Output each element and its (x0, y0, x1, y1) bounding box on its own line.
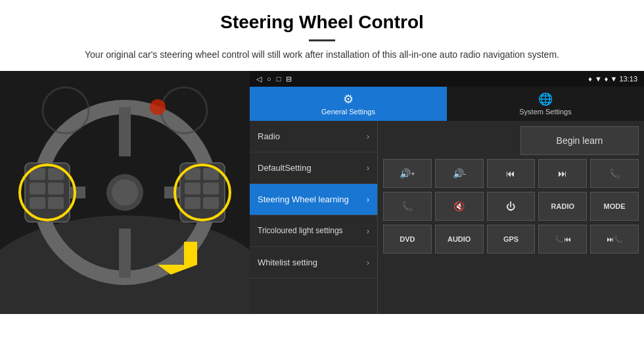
svg-rect-13 (48, 183, 64, 194)
tab-general-label: General Settings (321, 108, 375, 116)
mode-button[interactable]: MODE (590, 192, 639, 221)
settings-list: Radio › DefaultSetting › Steering Wheel … (250, 121, 378, 314)
gps-button[interactable]: GPS (487, 225, 536, 254)
title-divider (309, 39, 335, 41)
setting-item-tricoloured[interactable]: Tricoloured light settings › (250, 215, 377, 247)
answer-button[interactable]: 📞 (383, 192, 432, 221)
svg-rect-12 (30, 183, 45, 194)
power-button[interactable]: ⏻ (487, 192, 536, 221)
whitelist-chevron: › (367, 258, 369, 267)
begin-learn-button[interactable]: Begin learn (520, 126, 639, 155)
globe-icon: 🌐 (538, 92, 553, 106)
steering-wheel-area (0, 71, 250, 314)
steering-label: Steering Wheel learning (258, 194, 349, 204)
radio-label: Radio (258, 131, 280, 141)
call-button[interactable]: 📞 (590, 159, 639, 188)
dvd-button[interactable]: DVD (383, 225, 432, 254)
tab-system-label: System Settings (519, 108, 571, 116)
controls-row-2: 📞 🔇 ⏻ RADIO MODE (383, 192, 639, 221)
mute-button[interactable]: 🔇 (435, 192, 484, 221)
android-ui: ◁ ○ □ ⊟ ♦ ▼ ♦ ▼ 13:13 ⚙ General Settings… (250, 71, 644, 314)
controls-row-1: 🔊+ 🔊- ⏮ ⏭ 📞 (383, 159, 639, 188)
tab-system-settings[interactable]: 🌐 System Settings (447, 87, 644, 121)
svg-rect-19 (185, 183, 200, 194)
back-icon[interactable]: ◁ (256, 75, 262, 83)
gear-icon: ⚙ (343, 92, 354, 106)
default-label: DefaultSetting (258, 163, 311, 173)
svg-point-8 (112, 179, 138, 206)
tricoloured-label: Tricoloured light settings (258, 226, 343, 236)
svg-rect-15 (48, 197, 64, 209)
default-chevron: › (367, 164, 369, 173)
svg-rect-14 (30, 197, 45, 209)
status-nav-icons: ◁ ○ □ ⊟ (256, 75, 292, 83)
begin-learn-row: Begin learn (383, 126, 639, 155)
call-prev-button[interactable]: 📞⏮ (538, 225, 587, 254)
next-track-button[interactable]: ⏭ (538, 159, 587, 188)
call-next-button[interactable]: ⏭📞 (590, 225, 639, 254)
clock: ♦ ▼ 13:13 (605, 75, 637, 83)
tab-bar: ⚙ General Settings 🌐 System Settings (250, 87, 644, 121)
status-right: ♦ ▼ ♦ ▼ 13:13 (588, 75, 637, 83)
radio-chevron: › (367, 132, 369, 141)
vol-down-button[interactable]: 🔊- (435, 159, 484, 188)
recents-icon[interactable]: □ (277, 75, 281, 83)
status-bar: ◁ ○ □ ⊟ ♦ ▼ ♦ ▼ 13:13 (250, 71, 644, 87)
svg-point-27 (150, 99, 166, 115)
settings-area: Radio › DefaultSetting › Steering Wheel … (250, 121, 644, 314)
svg-rect-22 (203, 197, 219, 209)
signal-icon: ▼ (595, 75, 602, 83)
vol-up-button[interactable]: 🔊+ (383, 159, 432, 188)
whitelist-label: Whitelist setting (258, 257, 317, 267)
screenshot-icon[interactable]: ⊟ (286, 75, 292, 83)
setting-item-steering[interactable]: Steering Wheel learning › (250, 184, 377, 215)
svg-rect-20 (203, 183, 219, 194)
radio-button[interactable]: RADIO (538, 192, 587, 221)
setting-item-whitelist[interactable]: Whitelist setting › (250, 247, 377, 279)
steering-chevron: › (367, 195, 369, 204)
home-icon[interactable]: ○ (267, 75, 271, 83)
prev-track-button[interactable]: ⏮ (487, 159, 536, 188)
location-icon: ♦ (588, 75, 592, 83)
controls-panel: Begin learn 🔊+ 🔊- ⏮ ⏭ 📞 📞 🔇 ⏻ RADIO MOD (378, 121, 644, 314)
setting-item-default[interactable]: DefaultSetting › (250, 152, 377, 184)
page-subtitle: Your original car's steering wheel contr… (0, 48, 644, 62)
svg-rect-21 (185, 197, 200, 209)
controls-row-3: DVD AUDIO GPS 📞⏮ ⏭📞 (383, 225, 639, 254)
tricoloured-chevron: › (367, 227, 369, 236)
setting-item-radio[interactable]: Radio › (250, 121, 377, 152)
tab-general-settings[interactable]: ⚙ General Settings (250, 87, 447, 121)
page-title: Steering Wheel Control (0, 0, 644, 35)
audio-button[interactable]: AUDIO (435, 225, 484, 254)
